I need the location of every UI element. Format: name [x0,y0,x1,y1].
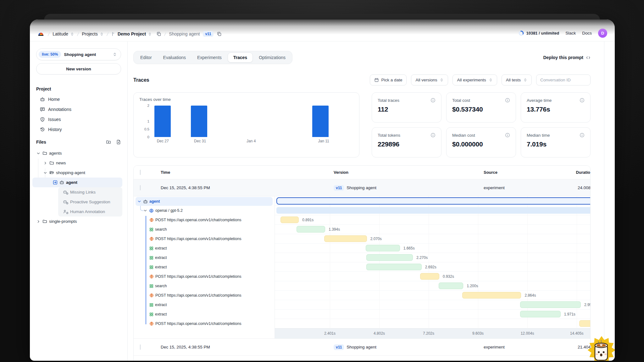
docs-link[interactable]: Docs [582,31,592,36]
trace-row[interactable]: Dec 15, 2025, 4:38:55 PM v11 Shopping ag… [134,355,590,361]
span-tree-item-post[interactable]: POST https://api.openai.com/v1/chat/comp… [134,319,275,328]
span-bar-tool[interactable] [366,264,422,270]
tree-eval-missing-links[interactable]: Missing Links [36,187,121,197]
tab-editor[interactable]: Editor [135,52,157,63]
latitude-logo-icon[interactable] [37,30,45,38]
span-bar-tool[interactable] [520,301,581,308]
span-tree-item-extract[interactable]: extract [134,300,275,310]
span-tree-item-extract[interactable]: extract [134,262,275,272]
slack-link[interactable]: Slack [565,31,576,36]
span-bar-http[interactable] [579,320,590,327]
span-duration-label: 0.932s [443,274,454,279]
span-tree-item-openai[interactable]: openai / gpt-5.2 [134,206,275,215]
span-label: POST https://api.openai.com/v1/chat/comp… [155,237,242,241]
tool-boxes-icon [149,303,153,307]
deploy-prompt-button[interactable]: Deploy this prompt [543,55,591,60]
new-folder-icon[interactable] [106,140,111,145]
span-tree-item-post[interactable]: POST https://api.openai.com/v1/chat/comp… [134,272,275,281]
info-icon[interactable] [430,133,436,138]
collapsed-side-panel[interactable] [604,41,615,361]
info-icon[interactable] [505,133,510,138]
new-file-icon[interactable] [116,140,121,145]
span-duration-label: 2.270s [416,255,428,260]
sidebar-item-home[interactable]: Home [36,94,121,104]
tab-experiments[interactable]: Experiments [192,52,227,63]
span-bar-tool[interactable] [366,254,413,261]
breadcrumb-prompt[interactable]: Shopping agent [169,31,200,36]
info-icon[interactable] [580,133,585,138]
tab-optimizations[interactable]: Optimizations [253,52,291,63]
trace-row[interactable]: Dec 15, 2025, 4:38:55 PM v11 Shopping ag… [134,339,590,355]
span-tree-item-extract[interactable]: extract [134,244,275,253]
chevron-updown-icon [70,32,74,36]
span-tree-item-search[interactable]: search [134,281,275,291]
tree-eval-proactive-suggestion[interactable]: Proactive Suggestion [36,197,121,207]
span-tree-item-post[interactable]: POST https://api.openai.com/v1/chat/comp… [134,291,275,300]
bar-dec-27 [154,106,171,137]
copy-icon[interactable] [217,31,222,36]
span-tree-item-extract[interactable]: extract [134,253,275,262]
tree-folder-news[interactable]: news [36,158,121,168]
info-icon[interactable] [430,98,436,103]
span-tree-item-post[interactable]: POST https://api.openai.com/v1/chat/comp… [134,234,275,244]
span-bar-tool[interactable] [366,245,400,251]
copy-icon[interactable] [156,31,161,36]
row-checkbox[interactable] [140,185,141,190]
tree-file-agent-selected[interactable]: agent [36,178,121,187]
span-tree-item-search[interactable]: search [134,225,275,234]
breadcrumb-org[interactable]: Latitude [53,31,74,36]
tree-folder-shopping-agent[interactable]: shopping-agent [36,168,121,178]
span-bar-http[interactable] [324,235,367,242]
span-bar-tool[interactable] [520,311,561,317]
span-tree-item-extract[interactable]: extract [134,310,275,319]
user-avatar[interactable]: D [598,29,607,38]
files-section-label: Files [36,140,46,145]
tree-folder-single-prompts[interactable]: single-prompts [36,217,121,226]
trace-row-expanded[interactable]: Dec 15, 2025, 4:38:55 PM v11 Shopping ag… [134,179,590,196]
tab-evaluations[interactable]: Evaluations [158,52,191,63]
sidebar-item-history[interactable]: History [36,124,121,134]
bar-chart-plot: 210.50Dec 27Dec 31Jan 4Jan 11 [139,106,353,146]
date-picker-label: Pick a date [381,78,402,82]
span-bar-tool[interactable] [297,226,325,233]
row-checkbox[interactable] [140,344,141,350]
versions-filter-select[interactable]: All versions [411,74,448,85]
date-picker-button[interactable]: Pick a date [370,74,407,85]
span-bar-llm[interactable] [276,207,590,214]
nav-right-group: 10381 / unlimited Slack Docs D [519,29,607,38]
waterfall-row [275,319,590,328]
span-tree-item-post[interactable]: POST https://api.openai.com/v1/chat/comp… [134,215,275,225]
sidebar-item-issues[interactable]: Issues [36,114,121,124]
tests-filter-select[interactable]: All tests [502,74,532,85]
info-icon[interactable] [580,98,585,103]
span-tree-item-agent[interactable]: agent [136,197,273,206]
org-name: Latitude [53,31,68,36]
trace-detail-panel: agentopenai / gpt-5.2POST https://api.op… [134,196,590,339]
span-duration-label: 1.200s [467,284,478,288]
info-icon[interactable] [505,98,510,103]
span-bar-http[interactable] [420,273,439,280]
breadcrumb-project[interactable]: Demo Project [111,31,152,36]
conversation-id-input[interactable] [536,74,591,85]
span-bar-agent[interactable] [276,197,590,205]
column-header-time[interactable]: Time [161,170,334,175]
experiments-filter-select[interactable]: All experiments [452,74,497,85]
tree-eval-human-annotation[interactable]: Human Annotation [36,207,121,217]
column-header-duration[interactable]: Duration [556,170,591,175]
page-title: Traces [133,77,149,83]
breadcrumb-projects[interactable]: Projects [82,31,104,36]
column-header-version[interactable]: Version [334,170,484,175]
new-version-button[interactable]: New version [36,63,121,74]
column-header-source[interactable]: Source [484,170,556,175]
globe-icon [149,237,154,241]
span-bar-tool[interactable] [439,282,463,289]
prompt-selector[interactable]: live: 50% Shopping agent [36,48,121,60]
span-bar-http[interactable] [462,292,521,299]
usage-indicator[interactable]: 10381 / unlimited [519,30,559,36]
sidebar-item-annotations[interactable]: Annotations [36,104,121,114]
tree-folder-agents[interactable]: agents [36,148,121,158]
tab-traces[interactable]: Traces [228,52,253,63]
select-all-checkbox[interactable] [140,170,141,175]
span-tree: agentopenai / gpt-5.2POST https://api.op… [134,196,275,338]
span-bar-http[interactable] [280,217,299,223]
